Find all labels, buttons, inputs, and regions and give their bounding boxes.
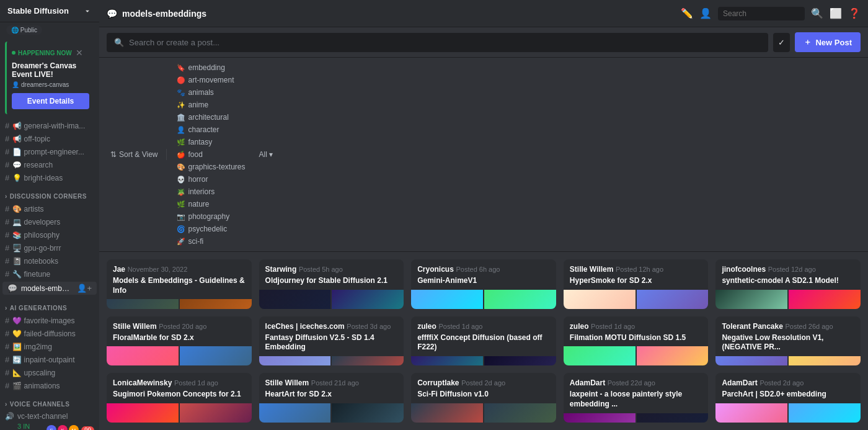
post-card-post14[interactable]: AdamDart Posted 22d ago laxpeint - a loo… — [564, 373, 709, 423]
post-time: Posted 21d ago — [311, 379, 359, 387]
post-images-grid — [259, 403, 404, 423]
tag-animals[interactable]: 🐾animals — [172, 86, 250, 99]
edit-icon[interactable]: ✏️ — [681, 7, 693, 19]
channel-icon: # — [5, 121, 9, 130]
search-icon[interactable]: 🔍 — [811, 7, 823, 19]
tag-sci-fi[interactable]: 🚀sci-fi — [172, 235, 250, 248]
add-member-icon[interactable]: 👤+ — [77, 284, 92, 293]
forum-icon: 💬 — [7, 284, 17, 293]
channel-item-research[interactable]: #💬 research — [0, 158, 99, 171]
happening-now-banner: HAPPENING NOW ✕ Dreamer's Canvas Event L… — [5, 42, 94, 114]
channel-icon: # — [5, 160, 9, 169]
channel-item-failed-diffusions[interactable]: #💛 failed-diffusions — [0, 327, 99, 340]
post-image — [107, 403, 179, 423]
post-card-post8[interactable]: zuleo Posted 1d ago effffiX Concept Diff… — [411, 316, 556, 366]
window-icon[interactable]: ⬜ — [830, 7, 842, 19]
server-header[interactable]: Stable Diffusion — [0, 0, 99, 22]
post-card-post5[interactable]: jinofcoolnes Posted 12d ago synthetic-cm… — [715, 259, 861, 309]
tag-nature[interactable]: 🌿nature — [172, 198, 250, 210]
checkmark-icon[interactable]: ✓ — [773, 33, 790, 52]
sort-view-button[interactable]: ⇅ Sort & View — [107, 148, 161, 161]
channel-item-prompt-engineer---[interactable]: #📄 prompt-engineer... — [0, 145, 99, 158]
ai-section-header: ›AI GENERATIONS — [0, 296, 99, 314]
vc-avatars: S K M — [46, 425, 79, 430]
tag-photography[interactable]: 📷photography — [172, 210, 250, 223]
post-image — [715, 356, 787, 365]
channel-item-models-embeddings[interactable]: 💬 models-embeddings 👤+ — [2, 282, 97, 295]
post-card-post10[interactable]: Tolerant Pancake Posted 26d ago Negative… — [715, 316, 861, 366]
channel-icon: # — [5, 230, 9, 240]
channel-item-finetune[interactable]: #🔧 finetune — [0, 267, 99, 280]
post-card-post15[interactable]: AdamDart Posted 2d ago ParchArt | SD2.0+… — [715, 373, 861, 423]
new-post-button[interactable]: ＋ New Post — [795, 32, 861, 52]
tag-fantasy[interactable]: 🌿fantasy — [172, 136, 250, 148]
happening-title: Dreamer's Canvas Event LIVE! — [12, 61, 89, 79]
channel-item-general-with-ima---[interactable]: #📢 general-with-ima... — [0, 119, 99, 132]
channel-item-upscaling[interactable]: #📐 upscaling — [0, 366, 99, 379]
post-author: IceChes | iceches.com — [265, 322, 345, 331]
post-card-post4[interactable]: Stille Willem Posted 12h ago HyperSmoke … — [564, 259, 709, 309]
tag-graphics-textures[interactable]: 🎨graphics-textures — [172, 161, 250, 173]
help-icon[interactable]: ❓ — [848, 7, 861, 19]
vc-main[interactable]: 🔊 vc-text-channel — [5, 412, 94, 421]
channel-icon: # — [5, 173, 9, 182]
post-card-post11[interactable]: LonicaMewinsky Posted 1d ago Sugimori Po… — [107, 373, 252, 423]
channel-item-inpaint-outpaint[interactable]: #🔄 inpaint-outpaint — [0, 353, 99, 366]
post-image — [411, 356, 483, 365]
post-header: Cryonicus Posted 6h ago — [411, 259, 556, 276]
post-images-grid — [411, 290, 556, 309]
post-card-post1[interactable]: Jae November 30, 2022 Models & Embedding… — [107, 259, 252, 309]
close-happening-button[interactable]: ✕ — [74, 47, 84, 59]
members-icon[interactable]: 👤 — [699, 7, 712, 19]
channel-icon: # — [5, 316, 9, 325]
post-search-container[interactable]: 🔍 Search or create a post... — [107, 33, 768, 52]
post-card-post2[interactable]: Starwing Posted 5h ago Oldjourney for St… — [259, 259, 404, 309]
tag-food[interactable]: 🍎food — [172, 148, 250, 161]
post-card-post6[interactable]: Stille Willem Posted 20d ago FloralMarbl… — [107, 316, 252, 366]
post-time: Posted 22d ago — [608, 379, 655, 387]
post-image — [180, 346, 252, 365]
channel-item-gpu-go-brrr[interactable]: #🖥️ gpu-go-brrr — [0, 241, 99, 254]
post-image — [715, 290, 787, 309]
channel-item-bright-ideas[interactable]: #💡 bright-ideas — [0, 171, 99, 184]
post-card-post7[interactable]: IceChes | iceches.com Posted 3d ago Fant… — [259, 316, 404, 366]
channel-icon: # — [5, 217, 9, 226]
tag-art-movement[interactable]: 🔴art-movement — [172, 74, 250, 86]
post-card-post13[interactable]: Corruptlake Posted 2d ago Sci-Fi Diffusi… — [411, 373, 556, 423]
channel-item-artists[interactable]: #🎨 artists — [0, 202, 99, 215]
channel-icon: # — [5, 269, 9, 279]
channel-item-img2img[interactable]: #🖼️ img2img — [0, 340, 99, 353]
tag-psychedelic[interactable]: 🌀psychedelic — [172, 223, 250, 235]
post-card-post12[interactable]: Stille Willem Posted 21d ago HeartArt fo… — [259, 373, 404, 423]
post-title: synthetic-cmodel A SD2.1 Model! — [715, 276, 861, 290]
channel-icon: # — [5, 256, 9, 266]
post-author: Stille Willem — [113, 322, 157, 331]
channel-item-notebooks[interactable]: #📓 notebooks — [0, 254, 99, 267]
post-header: Starwing Posted 5h ago — [259, 259, 404, 276]
tag-embedding[interactable]: 🔖embedding — [172, 61, 250, 74]
channel-item-developers[interactable]: #💻 developers — [0, 215, 99, 228]
tag-interiors[interactable]: 🪴interiors — [172, 186, 250, 198]
post-time: Posted 1d ago — [438, 323, 482, 330]
post-images-grid — [411, 403, 556, 423]
topbar-search-input[interactable] — [718, 7, 805, 20]
channel-item-off-topic[interactable]: #📢 off-topic — [0, 132, 99, 145]
tag-horror[interactable]: 💀horror — [172, 173, 250, 186]
post-image — [411, 403, 483, 423]
post-image — [484, 356, 556, 365]
post-header: IceChes | iceches.com Posted 3d ago — [259, 316, 404, 333]
channel-item-favorite-images[interactable]: #💜 favorite-images — [0, 314, 99, 327]
channel-item-animations[interactable]: #🎬 animations — [0, 379, 99, 392]
post-card-post3[interactable]: Cryonicus Posted 6h ago Gemini-AnimeV1 f… — [411, 259, 556, 309]
tag-anime[interactable]: ✨anime — [172, 99, 250, 111]
channel-item-philosophy[interactable]: #📚 philosophy — [0, 228, 99, 241]
event-details-button[interactable]: Event Details — [12, 93, 89, 109]
tag-character[interactable]: 👤character — [172, 123, 250, 136]
post-card-post9[interactable]: zuleo Posted 1d ago Filmation MOTU Diffu… — [564, 316, 709, 366]
post-header: Jae November 30, 2022 — [107, 259, 252, 276]
post-image — [484, 403, 556, 423]
post-time: Posted 1d ago — [591, 323, 635, 330]
all-tags-button[interactable]: All ▾ — [254, 148, 278, 161]
tag-architectural[interactable]: 🏛️architectural — [172, 111, 250, 123]
post-bar: 🔍 Search or create a post... ✓ ＋ New Pos… — [99, 27, 868, 58]
